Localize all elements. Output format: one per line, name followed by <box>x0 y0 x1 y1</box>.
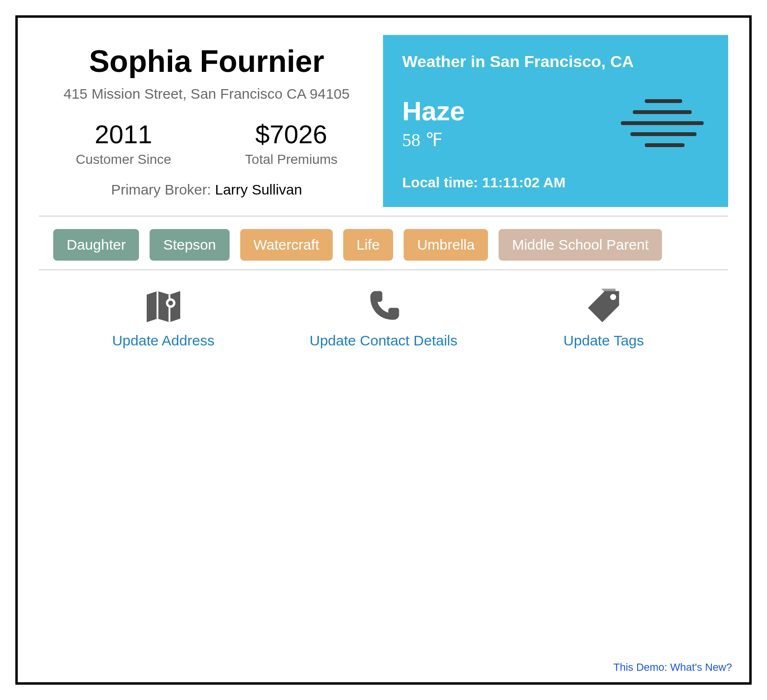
map-icon <box>144 287 183 326</box>
tag-icon <box>584 287 623 326</box>
top-row: Sophia Fournier 415 Mission Street, San … <box>39 35 728 207</box>
action-label: Update Tags <box>563 333 644 349</box>
divider <box>39 269 728 270</box>
stat-customer-since: 2011 Customer Since <box>76 119 171 167</box>
tags-row: Daughter Stepson Watercraft Life Umbrell… <box>39 229 728 261</box>
broker-label: Primary Broker: <box>111 182 215 197</box>
stats-row: 2011 Customer Since $7026 Total Premiums <box>39 119 374 167</box>
update-contact-button[interactable]: Update Contact Details <box>307 287 460 349</box>
weather-title: Weather in San Francisco, CA <box>402 52 709 71</box>
whats-new-link[interactable]: This Demo: What's New? <box>614 661 732 674</box>
weather-mid: Haze 58 ℉ <box>402 94 709 151</box>
update-address-button[interactable]: Update Address <box>87 287 240 349</box>
primary-broker: Primary Broker: Larry Sullivan <box>39 182 374 198</box>
action-label: Update Address <box>112 333 214 349</box>
haze-icon <box>613 94 709 151</box>
svg-point-7 <box>610 294 616 300</box>
tag-watercraft[interactable]: Watercraft <box>240 229 333 261</box>
weather-temp: 58 ℉ <box>402 129 465 150</box>
actions-row: Update Address Update Contact Details Up… <box>39 287 728 349</box>
divider <box>39 216 728 217</box>
weather-local-time: Local time: 11:11:02 AM <box>402 174 709 191</box>
tag-life[interactable]: Life <box>343 229 393 261</box>
weather-condition: Haze <box>402 95 465 126</box>
stat-value: 2011 <box>76 119 171 149</box>
phone-icon <box>364 287 403 326</box>
customer-card: Sophia Fournier 415 Mission Street, San … <box>15 15 752 685</box>
stat-total-premiums: $7026 Total Premiums <box>245 119 337 167</box>
broker-name: Larry Sullivan <box>215 182 302 197</box>
action-label: Update Contact Details <box>310 333 458 349</box>
tag-daughter[interactable]: Daughter <box>53 229 139 261</box>
svg-point-6 <box>168 301 173 306</box>
weather-panel: Weather in San Francisco, CA Haze 58 ℉ L… <box>383 35 728 207</box>
stat-label: Total Premiums <box>245 152 337 167</box>
stat-value: $7026 <box>245 119 337 149</box>
customer-summary: Sophia Fournier 415 Mission Street, San … <box>39 35 374 207</box>
customer-name: Sophia Fournier <box>39 44 374 79</box>
tag-umbrella[interactable]: Umbrella <box>404 229 488 261</box>
tag-stepson[interactable]: Stepson <box>150 229 229 261</box>
tag-middle-school-parent[interactable]: Middle School Parent <box>499 229 662 261</box>
customer-address: 415 Mission Street, San Francisco CA 941… <box>39 86 374 102</box>
update-tags-button[interactable]: Update Tags <box>527 287 680 349</box>
stat-label: Customer Since <box>76 152 171 167</box>
weather-text: Haze 58 ℉ <box>402 95 465 150</box>
